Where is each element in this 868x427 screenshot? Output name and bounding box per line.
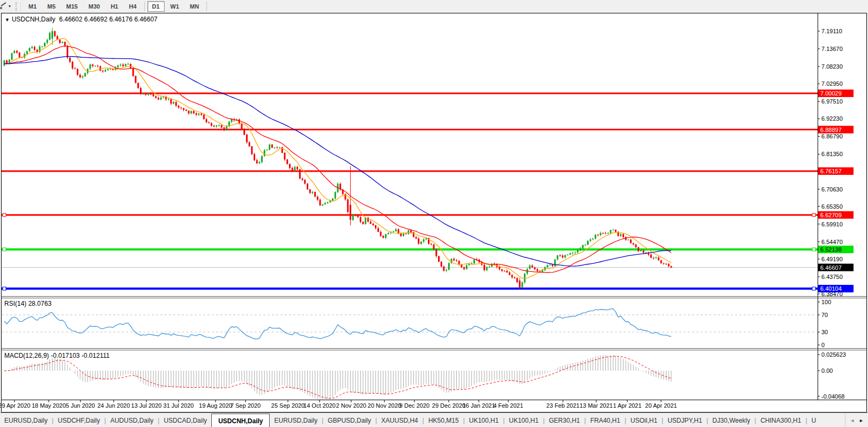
- timeframe-button-group: M1M5M15M30H1H4D1W1MN: [23, 1, 209, 12]
- chart-tab-XAUUSD-H4[interactable]: XAUUSD,H4: [377, 413, 422, 427]
- hline-handle-right[interactable]: [812, 214, 815, 217]
- toolbar: ▾ M1M5M15M30H1H4D1W1MN: [0, 0, 868, 12]
- svg-text:16 Jan 2021: 16 Jan 2021: [463, 402, 495, 409]
- chart-tab-EURUSD-Daily[interactable]: EURUSD,Daily: [0, 413, 52, 427]
- svg-text:31 Jul 2020: 31 Jul 2020: [164, 402, 194, 409]
- svg-text:13 Jul 2020: 13 Jul 2020: [131, 402, 162, 409]
- svg-text:20 Nov 2020: 20 Nov 2020: [368, 402, 401, 409]
- svg-text:6.88897: 6.88897: [820, 127, 842, 133]
- draw-tool-button[interactable]: ▾: [0, 2, 13, 11]
- chart-tab-U[interactable]: U: [807, 413, 821, 427]
- svg-text:6.62709: 6.62709: [820, 212, 842, 218]
- svg-text:29 Apr 2020: 29 Apr 2020: [0, 402, 31, 409]
- svg-text:6.46607: 6.46607: [820, 264, 842, 271]
- svg-text:25 Sep 2020: 25 Sep 2020: [271, 402, 305, 409]
- svg-text:4 Feb 2021: 4 Feb 2021: [493, 402, 523, 409]
- svg-text:13 Mar 2021: 13 Mar 2021: [580, 402, 613, 409]
- svg-text:6.49190: 6.49190: [821, 256, 843, 262]
- chart-tab-USOil-H1[interactable]: USOil,H1: [626, 413, 662, 427]
- svg-text:2 Nov 2020: 2 Nov 2020: [336, 402, 366, 409]
- timeframe-button-W1[interactable]: W1: [166, 1, 184, 12]
- svg-text:6.54470: 6.54470: [821, 239, 843, 245]
- chart-tab-UK100-H1[interactable]: UK100,H1: [465, 413, 503, 427]
- svg-text:7.13670: 7.13670: [821, 46, 843, 52]
- svg-text:0.00: 0.00: [821, 367, 833, 374]
- chart-tab-EURUSD-Daily[interactable]: EURUSD,Daily: [270, 413, 322, 427]
- svg-text:6.97510: 6.97510: [821, 98, 843, 105]
- svg-text:6.70630: 6.70630: [821, 186, 843, 193]
- hline-handle-right[interactable]: [812, 287, 815, 290]
- chart-tab-bar: EURUSD,Daily|USDCHF,Daily|AUDUSD,Daily|U…: [0, 413, 868, 427]
- svg-text:9 Dec 2020: 9 Dec 2020: [399, 402, 429, 409]
- svg-text:1 Apr 2021: 1 Apr 2021: [613, 402, 641, 409]
- timeframe-button-H1[interactable]: H1: [106, 1, 123, 12]
- svg-text:7.02950: 7.02950: [821, 80, 843, 87]
- chart-tab-HK50-M15[interactable]: HK50,M15: [424, 413, 463, 427]
- svg-text:6.86790: 6.86790: [821, 133, 843, 139]
- timeframe-button-M1[interactable]: M1: [24, 1, 41, 12]
- timeframe-button-M15[interactable]: M15: [62, 1, 83, 12]
- hline-handle-left[interactable]: [3, 248, 6, 251]
- svg-text:6.81350: 6.81350: [821, 151, 843, 157]
- svg-text:70: 70: [821, 312, 828, 318]
- svg-text:7.00029: 7.00029: [820, 90, 842, 97]
- svg-text:29 Dec 2020: 29 Dec 2020: [432, 402, 465, 409]
- chart-tab-AUDUSD-Daily[interactable]: AUDUSD,Daily: [106, 413, 158, 427]
- hline-handle-right[interactable]: [812, 248, 815, 251]
- svg-text:23 Feb 2021: 23 Feb 2021: [546, 402, 580, 409]
- chart-tab-USDCNH-Daily[interactable]: USDCNH,Daily: [211, 414, 270, 427]
- svg-text:6.40104: 6.40104: [820, 285, 842, 292]
- svg-text:30: 30: [821, 329, 828, 335]
- svg-text:18 May 2020: 18 May 2020: [32, 402, 66, 409]
- svg-text:7.08230: 7.08230: [821, 63, 843, 70]
- svg-text:19 Aug 2020: 19 Aug 2020: [199, 402, 232, 409]
- tab-scroll-buttons: ◄ ►: [845, 413, 868, 427]
- chart-tab-USDJPY-H1[interactable]: USDJPY,H1: [663, 413, 706, 427]
- chart-tabs: EURUSD,Daily|USDCHF,Daily|AUDUSD,Daily|U…: [0, 413, 845, 427]
- svg-text:6.52138: 6.52138: [820, 246, 842, 253]
- svg-text:0.025623: 0.025623: [821, 351, 846, 358]
- svg-text:100: 100: [821, 299, 831, 305]
- svg-text:14 Oct 2020: 14 Oct 2020: [303, 402, 336, 409]
- svg-text:24 Jun 2020: 24 Jun 2020: [98, 402, 130, 409]
- toolbar-separator: [206, 2, 207, 11]
- svg-text:7.19110: 7.19110: [821, 28, 842, 34]
- chart-tab-UK100-H1[interactable]: UK100,H1: [505, 413, 543, 427]
- chart-tab-GER30-H1[interactable]: GER30,H1: [545, 413, 584, 427]
- chart-tab-USDCHF-Daily[interactable]: USDCHF,Daily: [54, 413, 105, 427]
- scroll-tabs-left-icon[interactable]: ◄: [850, 418, 855, 423]
- svg-text:0: 0: [821, 342, 825, 348]
- hline-handle-left[interactable]: [3, 214, 6, 217]
- scroll-tabs-right-icon[interactable]: ►: [859, 418, 864, 423]
- hline-handle-left[interactable]: [3, 287, 6, 290]
- chart-background: [1, 13, 867, 412]
- timeframe-button-H4[interactable]: H4: [124, 1, 141, 12]
- toolbar-grip[interactable]: [16, 2, 21, 11]
- timeframe-button-MN[interactable]: MN: [185, 1, 204, 12]
- draw-tool-icon: [0, 3, 7, 10]
- svg-text:6.65350: 6.65350: [821, 203, 843, 210]
- timeframe-button-D1[interactable]: D1: [147, 1, 165, 12]
- svg-text:-0.04068: -0.04068: [821, 393, 844, 400]
- chart-tab-CHINA300-H1[interactable]: CHINA300,H1: [756, 413, 805, 427]
- price-chart-canvas[interactable]: 7.191107.136707.082307.029506.975106.922…: [0, 0, 868, 413]
- chart-tab-FRA40-H1[interactable]: FRA40,H1: [586, 413, 625, 427]
- svg-text:7 Sep 2020: 7 Sep 2020: [231, 402, 261, 409]
- chart-tab-DJ30-Weekly[interactable]: DJ30,Weekly: [708, 413, 754, 427]
- toolbar-separator: [144, 2, 145, 11]
- timeframe-button-M5[interactable]: M5: [42, 1, 60, 12]
- chart-tab-USDCAD-Daily[interactable]: USDCAD,Daily: [159, 413, 211, 427]
- svg-text:20 Apr 2021: 20 Apr 2021: [645, 402, 677, 409]
- svg-text:6.92230: 6.92230: [821, 115, 843, 122]
- svg-text:5 Jun 2020: 5 Jun 2020: [66, 402, 95, 409]
- svg-text:6.59910: 6.59910: [821, 221, 843, 227]
- svg-text:6.76157: 6.76157: [820, 168, 842, 174]
- chevron-down-icon[interactable]: ▾: [9, 4, 11, 9]
- svg-text:6.43750: 6.43750: [821, 274, 843, 280]
- chart-tab-GBPUSD-Daily[interactable]: GBPUSD,Daily: [323, 413, 375, 427]
- timeframe-button-M30[interactable]: M30: [84, 1, 105, 12]
